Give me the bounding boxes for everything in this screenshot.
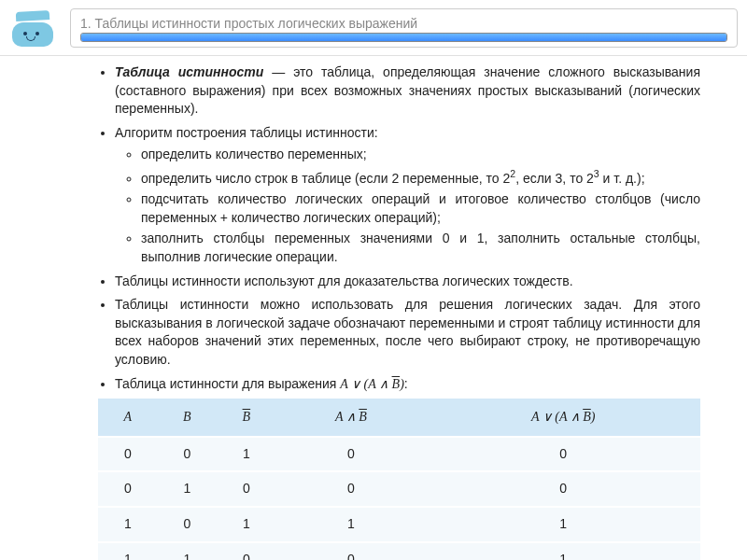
step-3: подсчитать количество логических операци…	[141, 190, 700, 227]
step-2: определить число строк в таблице (если 2…	[141, 167, 700, 188]
progress-bar	[80, 33, 727, 42]
truth-table: A B B A ∧ B A ∨ (A ∧ B) 0010001000101111…	[98, 399, 700, 560]
top-bar: 1. Таблицы истинности простых логических…	[0, 0, 747, 56]
table-row: 01000	[98, 471, 700, 507]
col-A: A	[98, 399, 158, 437]
bullet-identities: Таблицы истинности используют для доказа…	[115, 273, 700, 291]
lesson-title: 1. Таблицы истинности простых логических…	[80, 16, 727, 31]
lesson-content: Таблица истинности — это таблица, опреде…	[0, 56, 747, 560]
progress-fill	[81, 34, 726, 41]
formula: A ∨ (A ∧ B)	[340, 377, 404, 391]
bullet-example: Таблица истинности для выражения A ∨ (A …	[115, 375, 700, 394]
table-row: 00100	[98, 437, 700, 472]
table-row: 11001	[98, 542, 700, 560]
bullet-algorithm: Алгоритм построения таблицы истинности: …	[115, 124, 700, 267]
lesson-header[interactable]: 1. Таблицы истинности простых логических…	[70, 8, 738, 48]
table-body: 00100010001011111001	[98, 437, 700, 560]
bullet-tasks: Таблицы истинности можно использовать дл…	[115, 296, 700, 369]
bullet-definition: Таблица истинности — это таблица, опреде…	[115, 63, 700, 119]
app-logo-icon	[9, 9, 56, 47]
algorithm-steps: определить количество переменных; опреде…	[115, 146, 700, 266]
col-notB: B	[217, 399, 276, 437]
col-AandNotB: A ∧ B	[276, 399, 427, 437]
table-header-row: A B B A ∧ B A ∨ (A ∧ B)	[98, 399, 700, 437]
table-row: 10111	[98, 507, 700, 542]
step-1: определить количество переменных;	[141, 146, 700, 164]
col-result: A ∨ (A ∧ B)	[426, 399, 700, 437]
col-B: B	[158, 399, 218, 437]
step-4: заполнить столбцы переменных значениями …	[141, 230, 700, 266]
